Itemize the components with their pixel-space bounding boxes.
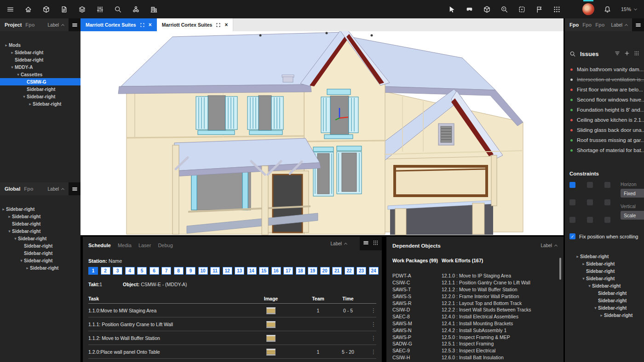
cube-icon[interactable] [483,5,491,13]
station-button-12[interactable]: 12 [223,267,232,275]
right-header-fpo-3[interactable]: Fpo [595,22,604,28]
home-icon[interactable] [24,5,32,13]
issues-search-icon[interactable] [569,51,576,57]
dependent-row[interactable]: SAWS-T12.1.2 : Move to Wall Buffer Stati… [392,286,557,293]
task-row[interactable]: 1.2.0:Place wall panel Onto Table15 - 20… [88,345,376,359]
chevron-collapsed-icon[interactable]: ▸ [10,51,15,55]
issue-item[interactable]: Foundation height is 8' and... [565,105,644,115]
apps-grid-icon[interactable] [553,5,561,13]
tree-item-csmw-g[interactable]: CSMW-G [0,78,80,85]
dependent-row[interactable]: SAWS-M12.4.1 : Install Mounting Brackets [392,320,557,327]
station-button-18[interactable]: 18 [296,267,305,275]
dependent-row[interactable]: SADW-G12.5.1 : Inspect Framing [392,340,557,347]
issue-item[interactable]: Second floor windows have... [565,95,644,105]
schedule-label-dropdown[interactable]: Label [331,241,347,246]
tree-item-sidebar-right[interactable]: ▸Sidebar-right [0,213,80,220]
3d-viewport[interactable] [80,31,564,235]
tree-item-sidebar-right[interactable]: ▾Sidebar-right [0,227,80,235]
chevron-expanded-icon[interactable]: ▾ [10,65,15,69]
station-button-11[interactable]: 11 [210,267,220,275]
schedule-menu-icon[interactable] [363,239,369,248]
tab-close-icon[interactable]: × [149,22,152,28]
right-header-fpo-1[interactable]: Fpo [569,22,579,28]
issue-item[interactable]: Main bathroom vanity dam... [565,64,644,74]
document-tab-2[interactable]: Marriott Cortex Suites× [157,18,234,31]
tree-item-sidebar-right[interactable]: ▾Sidebar-right [0,93,80,100]
tree-item-sidebar-right[interactable]: Sidebar-right [0,249,80,257]
marquee-select-icon[interactable] [518,5,526,13]
schedule-tab-laser[interactable]: Laser [138,243,151,248]
station-button-23[interactable]: 23 [356,267,366,275]
zoom-level-control[interactable]: 15% [621,6,637,12]
tree-item-sidebar-right[interactable]: ▾Sidebar-right [565,282,644,289]
station-button-4[interactable]: 4 [125,267,135,275]
tree-item-sidebar-right[interactable]: ▸Sidebar-right [0,205,80,213]
zoom-search-icon[interactable] [500,5,509,13]
dependent-row[interactable]: SAEC-812.4.0 : Install Electrical Assemb… [392,313,557,320]
station-button-10[interactable]: 10 [198,267,208,275]
dependent-row[interactable]: SAWS-R12.2.1 : Layout Top and Bottom Tra… [392,300,557,306]
right-header-fpo-2[interactable]: Fpo [582,22,592,28]
task-image-thumbnail[interactable] [266,349,276,356]
chevron-expanded-icon[interactable]: ▾ [593,306,598,310]
menu-icon[interactable] [6,5,14,13]
anchor-cell-3[interactable] [569,199,575,205]
station-button-13[interactable]: 13 [235,267,244,275]
right-label-dropdown[interactable]: Label [611,23,627,28]
tree-item-sidebar-right[interactable]: ▸Sidebar-right [565,311,644,319]
chevron-collapsed-icon[interactable]: ▸ [575,255,580,259]
document-tab-1[interactable]: Marriott Cortex Suites× [80,18,157,31]
search-icon[interactable] [114,5,122,13]
dependent-row[interactable]: CSIW-C12.1.1 : Position Gantry Crane to … [392,279,557,286]
document-icon[interactable] [60,5,68,13]
chevron-collapsed-icon[interactable]: ▸ [28,102,33,106]
global-label-dropdown[interactable]: Label [48,187,64,192]
molecule-icon[interactable] [132,5,140,13]
dependent-label-dropdown[interactable]: Label [541,243,557,248]
issue-item[interactable]: Ceiling above kitchen is 2.1... [565,115,644,125]
tree-item-sidebar-right[interactable]: ▾Sidebar-right [0,257,80,264]
chevron-collapsed-icon[interactable]: ▸ [7,215,12,219]
fix-position-checkbox[interactable]: ✓ Fix position when scrolling [569,233,639,239]
station-button-5[interactable]: 5 [137,267,147,275]
task-image-thumbnail[interactable] [266,307,276,314]
cube-icon[interactable] [42,5,50,13]
dependent-row[interactable]: CSIW-D12.2.2 : Insert Wall Studs Between… [392,306,557,313]
station-button-3[interactable]: 3 [113,267,122,275]
dependent-row[interactable]: SAWS-N12.4.2 : Install SubAssembly 1 [392,327,557,334]
chevron-expanded-icon[interactable]: ▾ [19,259,24,263]
station-button-1[interactable]: 1 [88,267,98,275]
chevron-expanded-icon[interactable]: ▾ [13,237,18,241]
tree-item-sidebar-right[interactable]: Sidebar-right [565,267,644,275]
station-button-6[interactable]: 6 [150,267,159,275]
tree-item-sidebar-right[interactable]: ▸Sidebar-right [565,260,644,267]
tree-item-sidebar-right[interactable]: Sidebar-right [0,85,80,93]
anchor-cell-8[interactable] [604,217,610,223]
right-panel-menu-button[interactable] [632,18,644,31]
chevron-expanded-icon[interactable]: ▾ [581,277,586,281]
flag-icon[interactable] [535,5,544,13]
anchor-cell-7[interactable] [587,217,593,223]
project-panel-menu-button[interactable] [69,18,80,31]
chevron-collapsed-icon[interactable]: ▸ [4,43,9,47]
schedule-tab-debug[interactable]: Debug [158,243,172,248]
task-kebab-menu[interactable]: ⋮ [365,307,376,314]
tree-item-sidebar-right[interactable]: ▸Sidebar-right [565,253,644,260]
scrollbar-thumb[interactable] [559,258,561,280]
station-button-20[interactable]: 20 [320,267,330,275]
schedule-tab-media[interactable]: Media [118,243,132,248]
station-button-8[interactable]: 8 [174,267,184,275]
building-icon[interactable] [150,5,158,13]
chevron-expanded-icon[interactable]: ▾ [16,73,21,77]
station-button-9[interactable]: 9 [186,267,196,275]
station-button-22[interactable]: 22 [345,267,354,275]
task-kebab-menu[interactable]: ⋮ [365,349,376,355]
vertical-select[interactable]: Scale [621,211,644,220]
issue-item[interactable]: Sliding glass back door una... [565,125,644,135]
task-image-thumbnail[interactable] [266,321,276,328]
dependent-row[interactable]: SAWS-S12.2.0 : Frame Interior Wall Parti… [392,293,557,300]
tree-item-sidebar-right[interactable]: Sidebar-right [0,242,80,249]
dependent-row[interactable]: SAWS-P12.5.0 : Inspect Framing & MEP [392,334,557,340]
anchor-cell-2[interactable] [604,182,610,188]
task-kebab-menu[interactable]: ⋮ [365,335,376,341]
